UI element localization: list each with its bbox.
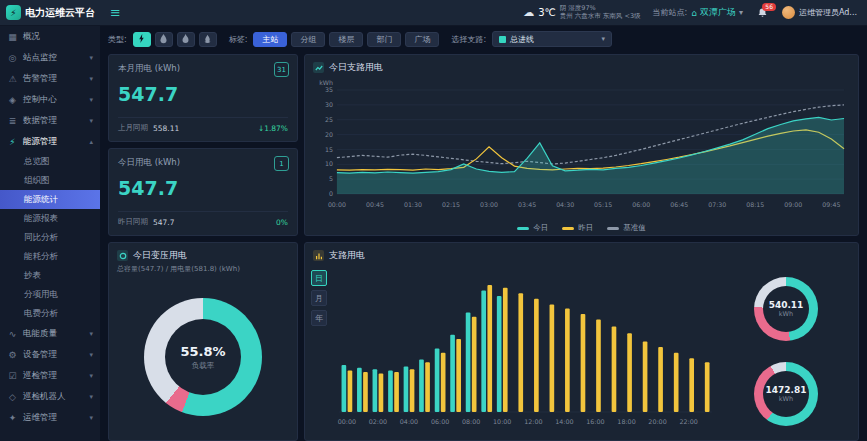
branch-select[interactable]: 总进线 ▾	[492, 31, 612, 47]
chevron-down-icon: ▾	[602, 35, 606, 43]
water-type-button[interactable]	[155, 32, 173, 47]
tag-button-plaza[interactable]: 广场	[405, 32, 439, 47]
submenu-item-org-map[interactable]: 组织图	[0, 171, 100, 190]
svg-text:10:00: 10:00	[493, 418, 511, 425]
dashboard-content: 本月用电 (kWh) 31 547.7 上月同期 558.11 ↓1.87% 今…	[100, 52, 867, 441]
legend-item-昨日[interactable]: 昨日	[562, 223, 593, 233]
tag-filter-label: 标签:	[229, 34, 248, 45]
period-toggle-day[interactable]: 日	[311, 270, 327, 286]
filter-bar: 类型: 标签: 主站分组楼层部门广场 选择支路: 总进线 ▾	[100, 26, 867, 52]
sidebar-item-device-management[interactable]: ⚙设备管理▾	[0, 344, 100, 365]
sidebar-item-inspection-robot[interactable]: ◇巡检机器人▾	[0, 386, 100, 407]
submenu-item-consumption-analysis[interactable]: 能耗分析	[0, 247, 100, 266]
sidebar-item-label: 能源管理	[23, 136, 84, 148]
chevron-icon: ▾	[89, 351, 93, 359]
svg-text:06:00: 06:00	[632, 201, 650, 208]
branch-select-label: 选择支路:	[451, 34, 486, 45]
branch-gauge-2[interactable]: 1472.81 kWh	[754, 362, 818, 426]
svg-text:06:45: 06:45	[670, 201, 688, 208]
svg-text:08:15: 08:15	[746, 201, 764, 208]
transformer-caption: 总容量(547.7) / 用电量(581.8) (kWh)	[109, 264, 297, 274]
legend-label: 今日	[533, 223, 548, 233]
gauge-1-value: 540.11	[769, 300, 804, 310]
tag-button-main-station[interactable]: 主站	[253, 32, 287, 47]
sidebar-item-label: 告警管理	[23, 73, 84, 85]
sidebar-item-power-quality[interactable]: ∿电能质量▾	[0, 323, 100, 344]
monitor-icon: ◎	[7, 53, 18, 63]
sidebar-item-data-management[interactable]: ≣数据管理▾	[0, 110, 100, 131]
submenu-item-overview-map[interactable]: 总览图	[0, 152, 100, 171]
svg-text:14:00: 14:00	[555, 418, 573, 425]
pie-chart-icon	[117, 250, 128, 261]
submenu-item-energy-report[interactable]: 能源报表	[0, 209, 100, 228]
load-rate-value: 55.8%	[180, 344, 225, 359]
legend-item-基准值[interactable]: 基准值	[607, 223, 646, 233]
heat-type-button[interactable]	[199, 32, 217, 47]
sidebar-item-label: 运维管理	[23, 412, 84, 424]
svg-text:kWh: kWh	[319, 79, 333, 86]
user-menu[interactable]: 运维管理员Ad...	[782, 6, 857, 19]
main-area: 类型: 标签: 主站分组楼层部门广场 选择支路: 总进线 ▾ 本月用电 (kWh…	[100, 26, 867, 441]
sidebar-menu: ▦概况◎站点监控▾⚠告警管理▾◈控制中心▾≣数据管理▾⚡能源管理▴总览图组织图能…	[0, 26, 100, 441]
branch-gauge-1[interactable]: 540.11 kWh	[754, 277, 818, 341]
submenu-item-subitem-power[interactable]: 分项用电	[0, 285, 100, 304]
station-select[interactable]: ⌂ 双潭广场 ▾	[691, 6, 743, 19]
svg-text:10: 10	[325, 160, 333, 167]
svg-text:15: 15	[325, 146, 333, 153]
sidebar-item-energy-management[interactable]: ⚡能源管理▴	[0, 131, 100, 152]
bar-chart-icon	[313, 250, 324, 261]
load-rate-donut[interactable]: 55.8% 负载率	[144, 298, 262, 416]
month-usage-card: 本月用电 (kWh) 31 547.7 上月同期 558.11 ↓1.87%	[108, 54, 298, 142]
period-toggle-year[interactable]: 年	[311, 310, 327, 326]
sidebar-item-site-monitoring[interactable]: ◎站点监控▾	[0, 47, 100, 68]
weather-widget: ☁ 3℃ 阴 湿度97% 贵州 六盘水市 东南风 <3级	[523, 5, 640, 20]
svg-text:04:30: 04:30	[556, 201, 574, 208]
chevron-icon: ▾	[89, 75, 93, 83]
temperature: 3℃	[538, 7, 556, 18]
avatar	[782, 6, 795, 19]
tag-button-department[interactable]: 部门	[367, 32, 401, 47]
sidebar-item-overview[interactable]: ▦概况	[0, 26, 100, 47]
svg-text:09:45: 09:45	[822, 201, 840, 208]
sidebar-item-inspection-management[interactable]: ☑巡检管理▾	[0, 365, 100, 386]
line-chart-title: 今日支路用电	[329, 61, 383, 74]
weather-location: 贵州 六盘水市 东南风 <3级	[560, 13, 641, 20]
tag-button-group[interactable]: 分组	[291, 32, 325, 47]
legend-marker-icon	[562, 227, 574, 230]
menu-toggle-icon[interactable]: ≡	[110, 5, 121, 20]
kpi-column: 本月用电 (kWh) 31 547.7 上月同期 558.11 ↓1.87% 今…	[108, 54, 298, 441]
branch-line-chart-card: 今日支路用电 05101520253035kWh00:0000:4501:300…	[304, 54, 859, 236]
robot-icon: ◇	[7, 392, 18, 402]
control-icon: ◈	[7, 95, 18, 105]
svg-text:05:15: 05:15	[594, 201, 612, 208]
svg-text:22:00: 22:00	[679, 418, 697, 425]
svg-text:18:00: 18:00	[617, 418, 635, 425]
branch-line-chart[interactable]: 05101520253035kWh00:0000:4501:3002:1503:…	[305, 76, 858, 221]
branch-bar-chart[interactable]: 00:0002:0004:0006:0008:0010:0012:0014:00…	[331, 266, 716, 436]
submenu-item-energy-statistics[interactable]: 能源统计	[0, 190, 100, 209]
notification-badge: 56	[762, 3, 776, 11]
sidebar-item-alarm-management[interactable]: ⚠告警管理▾	[0, 68, 100, 89]
notification-bell[interactable]: 56	[757, 7, 768, 19]
gas-type-button[interactable]	[177, 32, 195, 47]
submenu-item-yoy-analysis[interactable]: 同比分析	[0, 228, 100, 247]
sidebar-item-label: 巡检机器人	[23, 391, 84, 403]
compare-value: 558.11	[153, 124, 179, 133]
month-usage-compare: 上月同期 558.11 ↓1.87%	[118, 117, 288, 133]
tag-button-floor[interactable]: 楼层	[329, 32, 363, 47]
sidebar-item-control-center[interactable]: ◈控制中心▾	[0, 89, 100, 110]
legend-item-今日[interactable]: 今日	[517, 223, 548, 233]
submenu-item-meter-reading[interactable]: 抄表	[0, 266, 100, 285]
electric-icon	[137, 32, 146, 47]
period-toggle-month[interactable]: 月	[311, 290, 327, 306]
svg-text:07:30: 07:30	[708, 201, 726, 208]
period-toggle-group: 日月年	[311, 266, 327, 436]
type-filter-group	[133, 32, 217, 47]
transformer-usage-card: 今日变压用电 总容量(547.7) / 用电量(581.8) (kWh) 55.…	[108, 242, 298, 441]
electric-type-button[interactable]	[133, 32, 151, 47]
station-label: 当前站点:	[653, 7, 688, 18]
svg-text:12:00: 12:00	[524, 418, 542, 425]
branch-bar-chart-card: 支路用电 日月年 00:0002:0004:0006:0008:0010:001…	[304, 242, 859, 441]
submenu-item-fee-analysis[interactable]: 电费分析	[0, 304, 100, 323]
sidebar-item-ops-management[interactable]: ✦运维管理▾	[0, 407, 100, 428]
